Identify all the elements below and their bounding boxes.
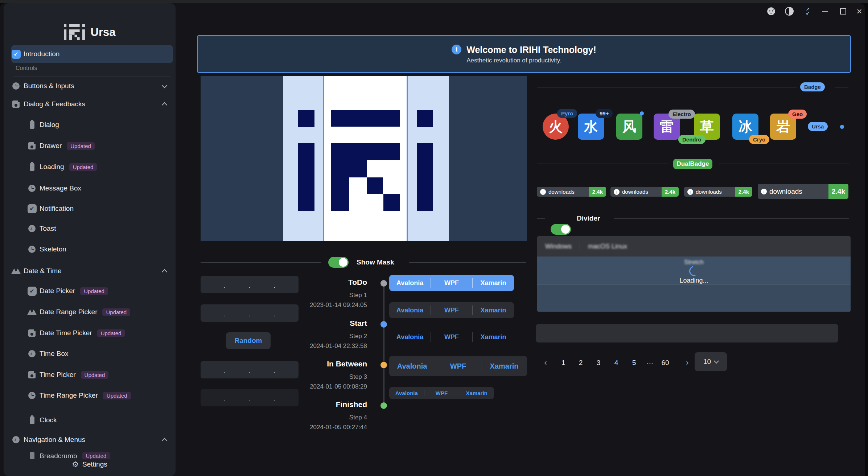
- sidebar-item-notification[interactable]: ↙Notification: [11, 200, 173, 217]
- avalonia-button[interactable]: Avalonia: [389, 387, 424, 399]
- wpf-button[interactable]: WPF: [431, 329, 472, 345]
- xamarin-button[interactable]: Xamarin: [473, 275, 514, 291]
- dual-badge-value: 2.4k: [828, 184, 848, 199]
- avalonia-button[interactable]: Avalonia: [389, 302, 431, 318]
- close-icon: ×: [856, 7, 862, 16]
- info-icon: i: [452, 45, 461, 54]
- battery-icon: [27, 121, 37, 129]
- spinner-icon: [687, 264, 701, 278]
- tab-macos-linux[interactable]: macOS Linux: [580, 243, 635, 250]
- banner-title: Welcome to IRIHI Technology!: [466, 44, 596, 56]
- sidebar-item-label: Date Time Picker: [40, 329, 92, 337]
- sidebar-item-time-box[interactable]: Time Box: [11, 345, 173, 362]
- github-icon: [766, 7, 776, 16]
- note-icon: [27, 225, 37, 232]
- step-label: Step 4: [233, 414, 367, 421]
- sidebar-item-label: Message Box: [40, 184, 81, 192]
- sidebar-item-skeleton[interactable]: Skeleton: [11, 241, 173, 258]
- main-window: ↗↙ × Ursa Controls ↙IntroductionButtons …: [0, 3, 865, 476]
- avalonia-button[interactable]: Avalonia: [389, 356, 435, 376]
- xamarin-button[interactable]: Xamarin: [481, 356, 527, 376]
- updated-badge: Updated: [102, 308, 130, 316]
- wpf-button[interactable]: WPF: [431, 275, 472, 291]
- clock-icon: [27, 185, 37, 192]
- sidebar-item-introduction[interactable]: ↙Introduction: [11, 45, 173, 63]
- avalonia-button[interactable]: Avalonia: [389, 275, 431, 291]
- banner-subtitle: Aesthetic revolution of productivity.: [466, 57, 596, 64]
- loading-tab-strip: Windows macOS Linux: [537, 236, 851, 257]
- pagination-page-3[interactable]: 3: [592, 357, 605, 369]
- dual-badge-value: 2.4k: [589, 187, 606, 197]
- divider-line: [835, 87, 848, 87]
- settings-button[interactable]: ⚙ Settings: [4, 457, 176, 472]
- sidebar-item-label: Toast: [40, 225, 56, 233]
- sidebar-item-loading[interactable]: LoadingUpdated: [11, 159, 173, 175]
- tab-windows[interactable]: Windows: [537, 243, 580, 250]
- maximize-button[interactable]: [838, 6, 848, 16]
- wpf-button[interactable]: WPF: [435, 356, 481, 376]
- floppy-icon: [27, 329, 37, 337]
- sidebar-item-date-time[interactable]: Date & Time: [11, 263, 173, 279]
- arrow-gray-icon: ↙: [27, 204, 37, 213]
- pagination-page-1[interactable]: 1: [557, 357, 569, 369]
- sidebar-item-date-picker[interactable]: ↙Date PickerUpdated: [11, 283, 173, 299]
- dot-badge: [640, 111, 644, 115]
- divider-toggle[interactable]: [551, 224, 571, 235]
- sidebar-item-clock[interactable]: Clock: [11, 412, 173, 428]
- pagination-page-2[interactable]: 2: [575, 357, 587, 369]
- page-size-value: 10: [703, 358, 711, 366]
- sidebar-item-label: Skeleton: [40, 245, 66, 253]
- page-size-dropdown[interactable]: 10: [695, 352, 727, 371]
- dual-badge-value: 2.4k: [735, 187, 752, 197]
- theme-toggle-button[interactable]: [784, 6, 794, 16]
- step-name: ToDo: [233, 278, 367, 287]
- step-label: Step 2: [233, 333, 367, 340]
- sidebar-item-label: Date Picker: [40, 287, 75, 295]
- sidebar-item-date-time-picker[interactable]: Date Time PickerUpdated: [11, 325, 173, 341]
- minimize-button[interactable]: [820, 6, 830, 16]
- chevron-down-icon: [714, 358, 719, 364]
- wpf-button[interactable]: WPF: [431, 302, 472, 318]
- sidebar-item-drawer[interactable]: DrawerUpdated: [11, 138, 173, 154]
- irihi-logo-icon: [64, 24, 85, 40]
- background-window-strip: [0, 0, 868, 3]
- sidebar-item-time-picker[interactable]: Time PickerUpdated: [11, 366, 173, 383]
- pagination-page-5[interactable]: 5: [628, 357, 640, 369]
- battery-icon: [27, 416, 37, 424]
- sidebar-item-buttons-inputs[interactable]: Buttons & Inputs: [11, 78, 173, 94]
- download-icon: ↓: [687, 189, 693, 195]
- xamarin-button[interactable]: Xamarin: [473, 329, 514, 345]
- welcome-banner: i Welcome to IRIHI Technology! Aesthetic…: [197, 35, 851, 73]
- resize-button[interactable]: ↗↙: [802, 6, 813, 16]
- sidebar-item-label: Drawer: [40, 142, 62, 150]
- sidebar-item-time-range-picker[interactable]: Time Range PickerUpdated: [11, 387, 173, 404]
- step-status-dot: [380, 321, 387, 328]
- updated-badge: Updated: [97, 329, 125, 337]
- sidebar-item-dialog[interactable]: Dialog: [11, 116, 173, 133]
- sidebar-item-message-box[interactable]: Message Box: [11, 180, 173, 197]
- note-icon: [27, 350, 37, 357]
- sidebar-item-label: Time Box: [40, 350, 69, 358]
- arrow-gray-icon: ↙: [27, 287, 37, 296]
- close-button[interactable]: ×: [854, 6, 864, 16]
- sidebar-item-dialog-feedbacks[interactable]: Dialog & Feedbacks: [11, 96, 173, 112]
- sidebar-item-toast[interactable]: Toast: [11, 220, 173, 237]
- updated-badge: Updated: [80, 287, 108, 295]
- sidebar-item-date-range-picker[interactable]: Date Range PickerUpdated: [11, 304, 173, 320]
- sidebar-item-navigation-menus[interactable]: Navigation & Menus: [11, 431, 173, 448]
- wpf-button[interactable]: WPF: [424, 387, 459, 399]
- pagination-page-60[interactable]: 60: [659, 357, 671, 369]
- github-button[interactable]: [766, 6, 776, 16]
- sidebar-item-label: Notification: [40, 205, 74, 213]
- show-mask-toggle[interactable]: [328, 257, 349, 268]
- empty-input[interactable]: [536, 324, 838, 342]
- pagination-next[interactable]: ›: [681, 357, 694, 369]
- chevron-up-icon: [162, 438, 168, 443]
- xamarin-button[interactable]: Xamarin: [473, 302, 514, 318]
- sidebar-item-label: Introduction: [24, 50, 59, 58]
- pagination-page-4[interactable]: 4: [610, 357, 622, 369]
- chevron-up-icon: [162, 102, 168, 108]
- pagination-prev[interactable]: ‹: [539, 357, 552, 369]
- avalonia-button[interactable]: Avalonia: [389, 329, 431, 345]
- xamarin-button[interactable]: Xamarin: [459, 387, 494, 399]
